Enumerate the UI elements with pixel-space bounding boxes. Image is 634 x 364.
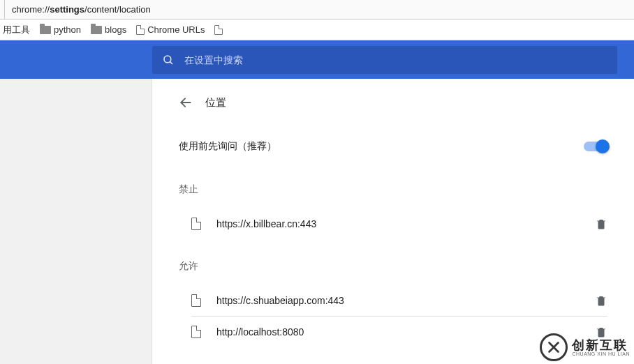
bookmarks-bar: 用工具 python blogs Chrome URLs — [0, 20, 634, 40]
site-row: https://c.shuabeiapp.com:443 — [191, 285, 607, 316]
bookmark-label: Chrome URLs — [147, 24, 205, 35]
site-default-icon — [191, 294, 201, 307]
toggle-label: 使用前先询问（推荐） — [179, 140, 277, 153]
page-header: 位置 — [179, 96, 607, 109]
settings-left-column — [0, 79, 152, 364]
bookmark-python[interactable]: python — [40, 24, 81, 35]
settings-search-input[interactable] — [184, 54, 607, 66]
bookmark-tools[interactable]: 用工具 — [3, 24, 30, 36]
bookmark-blogs[interactable]: blogs — [91, 24, 126, 35]
site-default-icon — [191, 326, 201, 338]
folder-icon — [40, 26, 51, 34]
svg-point-0 — [164, 56, 171, 63]
blocked-list: https://x.billbear.cn:443 — [191, 208, 607, 239]
settings-main-card: 位置 使用前先询问（推荐） 禁止 https://x.billbear.cn:4… — [152, 79, 634, 364]
browser-address-bar: chrome://settings/content/location — [0, 0, 634, 20]
url-host: settings — [50, 4, 84, 15]
bookmark-label: python — [54, 24, 81, 35]
back-arrow-icon[interactable] — [179, 96, 193, 109]
folder-icon — [91, 26, 102, 34]
page-icon — [214, 25, 223, 35]
ask-before-access-row: 使用前先询问（推荐） — [179, 140, 607, 153]
watermark: 创新互联 CHUANG XIN HU LIAN — [540, 333, 630, 361]
settings-header — [0, 40, 634, 79]
site-url[interactable]: https://c.shuabeiapp.com:443 — [216, 295, 344, 306]
bookmark-label: 用工具 — [3, 24, 30, 36]
site-url[interactable]: http://localhost:8080 — [216, 326, 304, 338]
bookmark-chrome-urls[interactable]: Chrome URLs — [136, 24, 205, 35]
page-icon — [136, 25, 145, 35]
watermark-logo-icon — [540, 333, 568, 361]
url-path: /content/location — [84, 4, 151, 15]
site-default-icon — [191, 218, 201, 230]
watermark-cn: 创新互联 — [572, 339, 630, 351]
section-allowed-label: 允许 — [179, 260, 607, 273]
search-icon — [162, 54, 175, 66]
section-blocked-label: 禁止 — [179, 183, 607, 196]
bookmark-label: blogs — [105, 24, 126, 35]
watermark-en: CHUANG XIN HU LIAN — [572, 351, 630, 356]
site-url[interactable]: https://x.billbear.cn:443 — [216, 218, 316, 229]
page-title: 位置 — [205, 96, 226, 109]
ask-before-access-toggle[interactable] — [584, 142, 607, 151]
settings-search-wrap[interactable] — [152, 46, 617, 74]
address-input[interactable]: chrome://settings/content/location — [4, 0, 634, 19]
trash-icon[interactable] — [595, 294, 607, 308]
site-row: https://x.billbear.cn:443 — [191, 208, 607, 239]
bookmark-empty[interactable] — [214, 25, 223, 35]
trash-icon[interactable] — [595, 217, 607, 231]
svg-line-1 — [170, 61, 172, 64]
content-area: 位置 使用前先询问（推荐） 禁止 https://x.billbear.cn:4… — [0, 79, 634, 364]
url-prefix: chrome:// — [12, 4, 50, 15]
